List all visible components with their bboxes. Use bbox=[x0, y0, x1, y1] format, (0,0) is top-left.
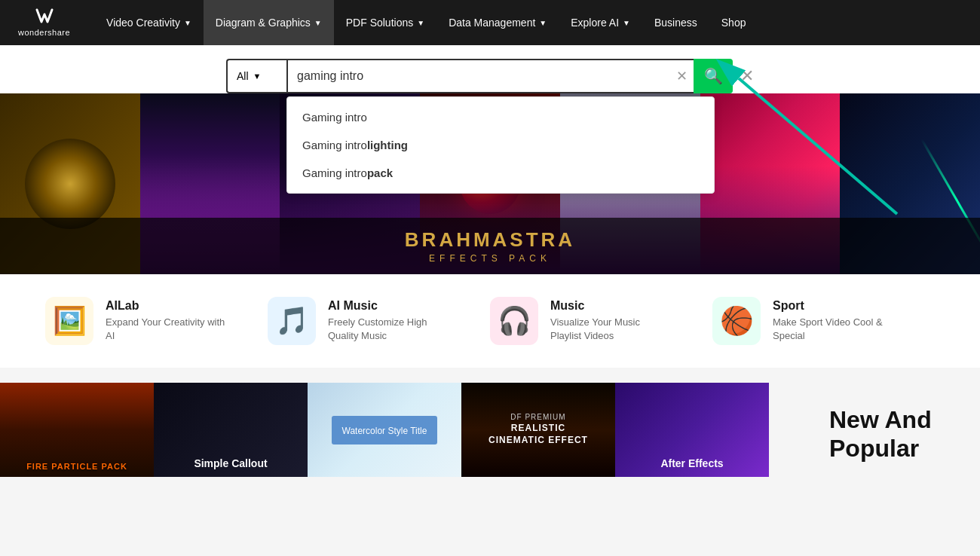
search-filter-dropdown[interactable]: All ▼ bbox=[226, 59, 286, 93]
clear-search-button[interactable]: ✕ bbox=[670, 68, 694, 84]
close-icon: ✕ bbox=[740, 66, 754, 86]
autocomplete-dropdown: Gaming intro Gaming introlighting Gaming… bbox=[286, 96, 715, 194]
search-input[interactable] bbox=[288, 60, 670, 92]
autocomplete-item[interactable]: Gaming intropack bbox=[287, 159, 714, 187]
watercolor-label: Watercolor Style Title bbox=[342, 426, 427, 436]
nav-explore-ai[interactable]: Explore AI ▼ bbox=[559, 0, 642, 45]
callout-label: Simple Callout bbox=[194, 457, 267, 469]
new-popular-section: New And Popular bbox=[814, 383, 980, 486]
ailab-text: AILab Expand Your Creativity with AI bbox=[106, 299, 226, 343]
ai-music-text: AI Music Freely Customize High Quality M… bbox=[328, 299, 449, 343]
hero-text-overlay: BRAHMASTRA EFFECTS PACK bbox=[0, 218, 980, 274]
nav-diagram-graphics[interactable]: Diagram & Graphics ▼ bbox=[204, 0, 334, 45]
nav-business[interactable]: Business bbox=[642, 0, 709, 45]
search-input-wrapper: ✕ bbox=[286, 59, 694, 93]
music-text: Music Visualize Your Music Playlist Vide… bbox=[550, 299, 671, 343]
search-icon: 🔍 bbox=[704, 67, 723, 85]
ailab-icon-wrapper: 🖼️ bbox=[45, 297, 93, 345]
feature-ailab[interactable]: 🖼️ AILab Expand Your Creativity with AI bbox=[45, 297, 268, 345]
gallery-thumb-watercolor[interactable]: Watercolor Style Title bbox=[308, 383, 461, 477]
gallery-thumb-callout[interactable]: Simple Callout bbox=[154, 383, 308, 477]
feature-sport[interactable]: 🏀 Sport Make Sport Video Cool & Special bbox=[712, 297, 935, 345]
new-popular-heading: New And Popular bbox=[829, 405, 965, 463]
logo[interactable]: wondershare bbox=[18, 8, 70, 37]
nav-shop[interactable]: Shop bbox=[709, 0, 758, 45]
gallery-thumb-cinematic[interactable]: DF PREMIUM REALISTICCINEMATIC EFFECT bbox=[461, 383, 615, 477]
hero-title: BRAHMASTRA bbox=[11, 228, 969, 252]
chevron-down-icon: ▼ bbox=[184, 19, 191, 27]
nav-video-creativity[interactable]: Video Creativity ▼ bbox=[94, 0, 204, 45]
gallery-thumb-fire-inner: FIRE PARTICLE PACK bbox=[0, 383, 154, 477]
spiral-decoration bbox=[25, 139, 115, 229]
search-button[interactable]: 🔍 bbox=[694, 59, 733, 93]
chevron-down-icon: ▼ bbox=[253, 72, 262, 81]
logo-icon bbox=[34, 8, 55, 28]
autocomplete-item[interactable]: Gaming intro bbox=[287, 103, 714, 131]
ai-music-icon: 🎵 bbox=[275, 305, 309, 337]
sport-text: Sport Make Sport Video Cool & Special bbox=[773, 299, 893, 343]
gallery-thumb-fire[interactable]: FIRE PARTICLE PACK bbox=[0, 383, 154, 477]
cinematic-label: REALISTICCINEMATIC EFFECT bbox=[488, 423, 588, 446]
feature-ai-music[interactable]: 🎵 AI Music Freely Customize High Quality… bbox=[268, 297, 490, 345]
ai-music-icon-wrapper: 🎵 bbox=[268, 297, 316, 345]
music-icon: 🎧 bbox=[498, 305, 531, 337]
search-container: All ▼ ✕ 🔍 ✕ Gaming intro Gaming introlig… bbox=[226, 59, 754, 93]
nav-pdf-solutions[interactable]: PDF Solutions ▼ bbox=[334, 0, 436, 45]
gallery-thumb-ae[interactable]: After Effects bbox=[615, 383, 769, 477]
gallery-thumbnails: FIRE PARTICLE PACK Simple Callout Waterc… bbox=[0, 383, 814, 477]
features-section: 🖼️ AILab Expand Your Creativity with AI … bbox=[0, 274, 980, 368]
music-icon-wrapper: 🎧 bbox=[490, 297, 538, 345]
logo-text: wondershare bbox=[18, 28, 70, 37]
search-close-button[interactable]: ✕ bbox=[740, 66, 754, 86]
chevron-down-icon: ▼ bbox=[417, 19, 424, 27]
feature-music[interactable]: 🎧 Music Visualize Your Music Playlist Vi… bbox=[490, 297, 712, 345]
search-area: All ▼ ✕ 🔍 ✕ Gaming intro Gaming introlig… bbox=[0, 45, 980, 93]
hero-subtitle: EFFECTS PACK bbox=[11, 253, 969, 264]
sport-icon: 🏀 bbox=[720, 305, 754, 337]
ae-label: After Effects bbox=[660, 457, 723, 469]
sport-icon-wrapper: 🏀 bbox=[712, 297, 761, 345]
ailab-icon: 🖼️ bbox=[53, 305, 87, 337]
chevron-down-icon: ▼ bbox=[314, 19, 322, 27]
autocomplete-item[interactable]: Gaming introlighting bbox=[287, 131, 714, 159]
navbar: wondershare Video Creativity ▼ Diagram &… bbox=[0, 0, 980, 45]
chevron-down-icon: ▼ bbox=[623, 19, 630, 27]
gallery-section: FIRE PARTICLE PACK Simple Callout Waterc… bbox=[0, 368, 980, 486]
chevron-down-icon: ▼ bbox=[539, 19, 547, 27]
fire-label: FIRE PARTICLE PACK bbox=[6, 462, 148, 471]
nav-data-management[interactable]: Data Management ▼ bbox=[436, 0, 559, 45]
